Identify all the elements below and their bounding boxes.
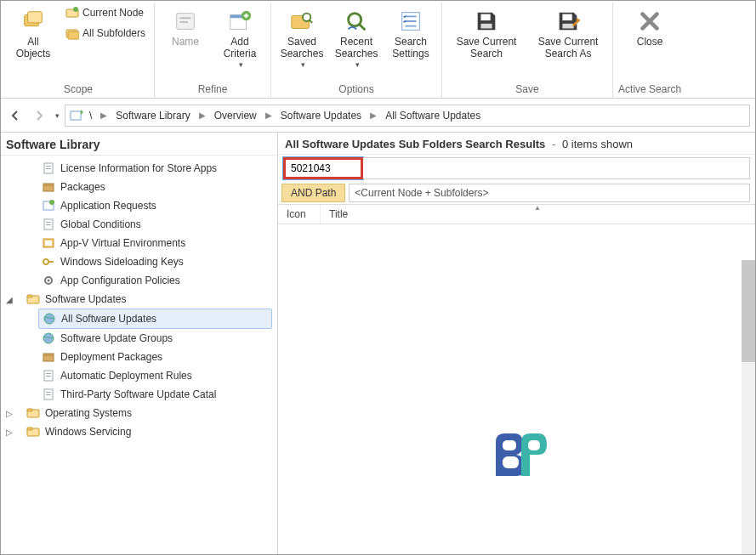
- tree-item[interactable]: Automatic Deployment Rules: [1, 366, 277, 385]
- tree-item[interactable]: App Configuration Policies: [1, 271, 277, 290]
- save-current-search-label: Save Current Search: [457, 37, 517, 60]
- sort-indicator-icon: ▲: [534, 204, 541, 212]
- svg-rect-7: [179, 17, 190, 19]
- svg-rect-27: [43, 184, 54, 186]
- breadcrumb-item[interactable]: Overview: [211, 108, 260, 123]
- tree-item[interactable]: Packages: [1, 178, 277, 196]
- search-input-extra[interactable]: [363, 157, 750, 179]
- svg-rect-19: [480, 24, 492, 29]
- doc-icon: [42, 388, 55, 401]
- tree-item-label: Automatic Deployment Rules: [60, 370, 192, 382]
- criteria-value[interactable]: <Current Node + Subfolders>: [349, 184, 750, 202]
- breadcrumb[interactable]: \ ▶ Software Library ▶ Overview ▶ Softwa…: [65, 105, 750, 127]
- results-title: All Software Updates Sub Folders Search …: [285, 138, 545, 150]
- tree-item-label: Deployment Packages: [60, 351, 162, 363]
- svg-rect-8: [179, 21, 187, 23]
- env-icon: [42, 236, 55, 250]
- tree-item[interactable]: License Information for Store Apps: [1, 159, 277, 178]
- add-criteria-button[interactable]: Add Criteria ▾: [214, 4, 265, 71]
- close-icon: [636, 8, 663, 35]
- key-icon: [42, 255, 55, 269]
- breadcrumb-item[interactable]: Software Updates: [277, 108, 365, 123]
- folder-icon: [26, 425, 40, 439]
- doc-icon: [42, 369, 55, 382]
- svg-rect-22: [71, 111, 81, 120]
- tree-item[interactable]: Application Requests: [1, 196, 277, 215]
- results-count: 0 items shown: [562, 138, 633, 150]
- tree-item-selected[interactable]: All Software Updates: [38, 309, 272, 329]
- breadcrumb-root[interactable]: \: [86, 108, 95, 123]
- svg-rect-55: [503, 440, 516, 450]
- results-list: [278, 224, 755, 554]
- tree-item-label: Packages: [60, 181, 105, 193]
- nav-tree[interactable]: License Information for Store AppsPackag…: [1, 156, 277, 554]
- all-subfolders-button[interactable]: All Subfolders: [62, 25, 149, 42]
- ribbon-group-refine: Name Add Criteria ▾ Refine: [155, 3, 271, 98]
- expand-icon[interactable]: ▷: [6, 409, 18, 418]
- folders-icon: [20, 8, 47, 35]
- column-icon[interactable]: Icon: [278, 205, 321, 224]
- app-icon: [42, 199, 55, 212]
- gear-icon: [42, 274, 55, 287]
- tree-item[interactable]: ◢Software Updates: [1, 290, 277, 309]
- tree-item-label: Third-Party Software Update Catal: [60, 388, 216, 400]
- breadcrumb-item[interactable]: All Software Updates: [382, 108, 484, 123]
- tree-item[interactable]: ▷Windows Servicing: [1, 422, 277, 441]
- svg-rect-44: [43, 354, 54, 356]
- tree-item[interactable]: Third-Party Software Update Catal: [1, 385, 277, 404]
- current-node-label: Current Node: [82, 7, 144, 19]
- column-headers: Icon ▲ Title: [278, 205, 755, 224]
- save-current-search-button[interactable]: Save Current Search: [447, 4, 526, 62]
- vertical-scrollbar[interactable]: [742, 260, 755, 554]
- tree-item-label: License Information for Store Apps: [60, 162, 217, 174]
- back-button[interactable]: [6, 106, 25, 125]
- tree-item[interactable]: Windows Sideloading Keys: [1, 252, 277, 271]
- watermark-logo-icon: [487, 429, 547, 483]
- saved-searches-button[interactable]: Saved Searches ▾: [276, 4, 327, 71]
- search-settings-button[interactable]: Search Settings: [385, 4, 436, 62]
- column-title-label: Title: [329, 208, 348, 220]
- current-node-button[interactable]: Current Node: [62, 4, 149, 21]
- chevron-right-icon: ▶: [196, 110, 209, 120]
- expand-icon[interactable]: ▷: [6, 428, 18, 437]
- tree-item[interactable]: Global Conditions: [1, 215, 277, 234]
- collapse-icon[interactable]: ◢: [6, 295, 18, 304]
- criteria-and-path[interactable]: AND Path: [281, 184, 345, 202]
- close-button[interactable]: Close: [624, 4, 675, 50]
- tree-item[interactable]: Deployment Packages: [1, 348, 277, 366]
- ribbon-group-save: Save Current Search Save Current Search …: [442, 3, 613, 98]
- tree-item-label: Global Conditions: [60, 218, 141, 230]
- node-icon: [65, 6, 79, 20]
- search-input[interactable]: [283, 157, 363, 179]
- tree-item[interactable]: ▷Operating Systems: [1, 404, 277, 422]
- svg-rect-49: [46, 392, 51, 393]
- breadcrumb-item[interactable]: Software Library: [112, 108, 193, 123]
- svg-rect-1: [27, 12, 42, 23]
- ribbon-group-close: Close Active Search: [613, 3, 686, 98]
- chevron-down-icon: ▾: [239, 60, 243, 69]
- chevron-down-icon: ▾: [301, 60, 305, 69]
- home-icon[interactable]: [69, 108, 84, 123]
- add-criteria-icon: [226, 8, 253, 35]
- svg-rect-5: [68, 31, 79, 39]
- tree-item[interactable]: App-V Virtual Environments: [1, 234, 277, 252]
- chevron-right-icon: ▶: [97, 110, 111, 120]
- name-label: Name: [172, 37, 199, 48]
- history-dropdown-icon[interactable]: ▾: [55, 111, 60, 120]
- tree-item-label: App-V Virtual Environments: [60, 237, 185, 249]
- save-current-search-as-button[interactable]: Save Current Search As: [529, 4, 607, 62]
- recent-searches-button[interactable]: Recent Searches ▾: [331, 4, 382, 71]
- name-button[interactable]: Name: [160, 4, 211, 50]
- add-criteria-label: Add Criteria: [224, 37, 257, 60]
- tree-item-label: App Configuration Policies: [60, 275, 180, 286]
- tree-item[interactable]: Software Update Groups: [1, 329, 277, 348]
- svg-line-14: [309, 20, 312, 23]
- all-objects-button[interactable]: All Objects: [8, 4, 59, 62]
- forward-button[interactable]: [30, 106, 48, 125]
- column-title[interactable]: ▲ Title: [321, 205, 755, 224]
- svg-point-15: [349, 14, 361, 26]
- close-label: Close: [637, 37, 663, 48]
- all-objects-label: All Objects: [16, 37, 51, 60]
- box-icon: [42, 350, 55, 364]
- scrollbar-thumb[interactable]: [742, 260, 755, 362]
